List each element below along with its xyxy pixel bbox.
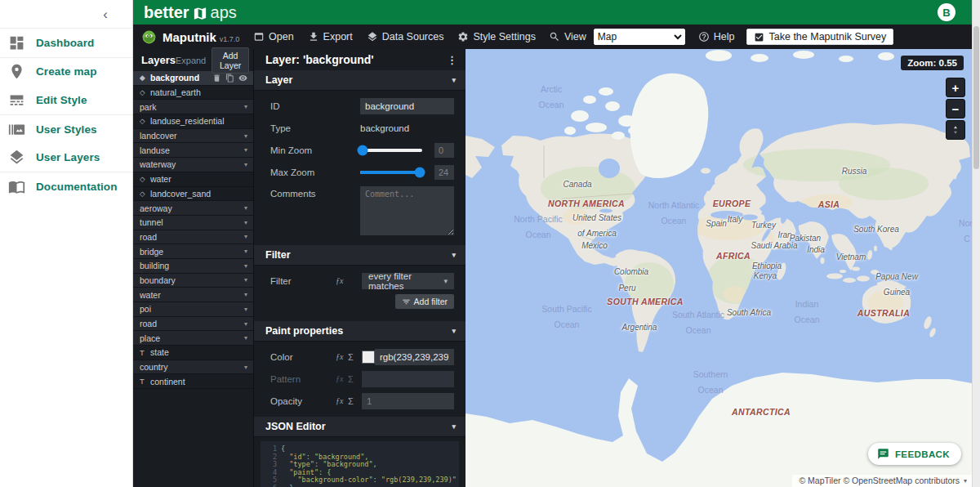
layer-row[interactable]: country (133, 360, 253, 375)
diamond-filled-icon: ◆ (140, 74, 150, 82)
max-zoom-slider[interactable] (360, 171, 422, 174)
section-header-layer[interactable]: Layer (254, 70, 466, 91)
help-button[interactable]: Help (698, 31, 735, 42)
toolbar-menu-item[interactable]: Export (308, 31, 353, 42)
layer-row[interactable]: landuse (133, 143, 253, 158)
sidebar-item[interactable]: User Layers (0, 143, 132, 172)
color-swatch[interactable] (362, 351, 375, 364)
max-zoom-value[interactable]: 24 (434, 165, 454, 180)
sidebar-item[interactable]: Create map (0, 58, 132, 87)
layers-panel-header: Layers Expand Add Layer (133, 49, 253, 71)
layer-row[interactable]: landcover (133, 129, 253, 144)
layer-row[interactable]: place (133, 331, 253, 346)
layer-row[interactable]: T state (133, 346, 253, 360)
chevron-down-icon[interactable] (244, 334, 247, 342)
chevron-down-icon[interactable] (244, 320, 247, 328)
visibility-icon[interactable] (238, 74, 247, 83)
chevron-down-icon[interactable] (244, 306, 247, 313)
color-input[interactable] (375, 349, 454, 365)
fx-icon[interactable] (336, 352, 348, 361)
layer-row[interactable]: ◇ water (133, 172, 253, 187)
sidebar-item[interactable]: User Styles (0, 115, 132, 144)
section-header-filter[interactable]: Filter (254, 245, 466, 266)
pattern-input[interactable] (362, 371, 454, 387)
delete-layer-icon[interactable] (212, 74, 221, 83)
chevron-down-icon[interactable] (244, 204, 247, 212)
chevron-down-icon[interactable] (244, 132, 247, 140)
text-t-icon: T (140, 348, 150, 357)
map-canvas[interactable]: Arctic Ocean North Pacific Ocean North A… (466, 49, 972, 487)
chevron-down-icon[interactable] (244, 291, 247, 298)
toolbar-menu-item[interactable]: Style Settings (457, 31, 535, 42)
chevron-down-icon[interactable] (244, 146, 247, 154)
layer-row[interactable]: T continent (133, 374, 253, 389)
layer-row[interactable]: ◆ background (133, 71, 253, 86)
open-icon (253, 31, 265, 42)
layer-row[interactable]: ◇ landuse_residential (133, 114, 253, 129)
expand-button[interactable]: Expand (176, 56, 206, 65)
add-filter-button[interactable]: Add filter (395, 294, 454, 309)
chevron-down-icon[interactable] (244, 276, 247, 284)
maputnik-menu: Open Export Data Sources Style Settings (253, 31, 536, 42)
section-header-json[interactable]: JSON Editor (254, 417, 466, 437)
layer-row[interactable]: road (133, 317, 253, 332)
user-avatar[interactable]: B (938, 3, 956, 21)
page-scrollbar[interactable] (972, 0, 980, 487)
zoom-in-button[interactable]: + (946, 78, 965, 97)
toolbar-menu-item[interactable]: Data Sources (367, 31, 444, 42)
json-editor[interactable]: 1 { 2 "id": "background", 3 "type": "bac… (261, 441, 459, 487)
fx-icon[interactable] (336, 396, 348, 405)
layer-row[interactable]: tunnel (133, 216, 253, 230)
feedback-button[interactable]: FEEDBACK (868, 443, 961, 465)
sigma-icon[interactable] (348, 352, 362, 362)
sigma-icon[interactable] (348, 396, 362, 406)
sidebar-item[interactable]: Dashboard (0, 29, 132, 58)
layer-row[interactable]: bridge (133, 244, 253, 259)
comments-textarea[interactable] (360, 186, 454, 235)
sigma-icon[interactable] (348, 374, 362, 384)
scrollbar-thumb[interactable] (973, 26, 979, 169)
sidebar-item-label: Dashboard (36, 37, 94, 49)
chevron-down-icon[interactable] (244, 364, 247, 371)
attribution-collapse-icon[interactable] (964, 477, 967, 485)
layer-row[interactable]: building (133, 259, 253, 274)
layer-row[interactable]: boundary (133, 274, 253, 288)
opacity-input[interactable] (362, 393, 454, 409)
chevron-down-icon[interactable] (244, 103, 247, 110)
chevron-down-icon[interactable] (244, 161, 247, 168)
section-header-paint[interactable]: Paint properties (254, 321, 466, 342)
id-input[interactable] (360, 98, 454, 114)
kebab-menu-icon[interactable] (447, 54, 457, 66)
chevron-down-icon[interactable] (244, 248, 247, 255)
chevron-down-icon[interactable] (244, 233, 247, 240)
compass-button[interactable] (946, 120, 965, 140)
add-layer-button[interactable]: Add Layer (212, 47, 249, 74)
min-zoom-value[interactable]: 0 (434, 143, 454, 158)
layer-row[interactable]: park (133, 100, 253, 114)
map-controls: + − (946, 78, 965, 140)
survey-button[interactable]: Take the Maputnik Survey (746, 29, 894, 45)
fx-icon[interactable] (336, 276, 348, 285)
toolbar-menu-item[interactable]: Open (253, 31, 294, 42)
sidebar-collapse-icon[interactable] (103, 7, 108, 21)
maputnik-app-name: Maputnik (163, 30, 216, 44)
layer-row[interactable]: road (133, 230, 253, 245)
view-select[interactable]: Map (594, 29, 685, 45)
diamond-icon: ◇ (140, 175, 150, 183)
layer-row[interactable]: ◇ landcover_sand (133, 187, 253, 202)
sidebar-item[interactable]: Documentation (0, 172, 132, 201)
layer-row[interactable]: waterway (133, 158, 253, 172)
sidebar-item[interactable]: Edit Style (0, 86, 132, 115)
sidebar-nav: Dashboard Create map Edit Style User Sty… (0, 29, 132, 201)
layer-row[interactable]: water (133, 288, 253, 302)
chevron-down-icon[interactable] (244, 262, 247, 270)
zoom-out-button[interactable]: − (946, 99, 965, 118)
filter-match-select[interactable]: every filter matches (362, 273, 454, 289)
chevron-down-icon[interactable] (244, 219, 247, 226)
fx-icon[interactable] (336, 374, 348, 383)
layer-row[interactable]: ◇ natural_earth (133, 86, 253, 101)
min-zoom-slider[interactable] (360, 149, 422, 152)
layer-row[interactable]: poi (133, 302, 253, 317)
layer-row[interactable]: aeroway (133, 201, 253, 216)
duplicate-layer-icon[interactable] (225, 74, 234, 83)
